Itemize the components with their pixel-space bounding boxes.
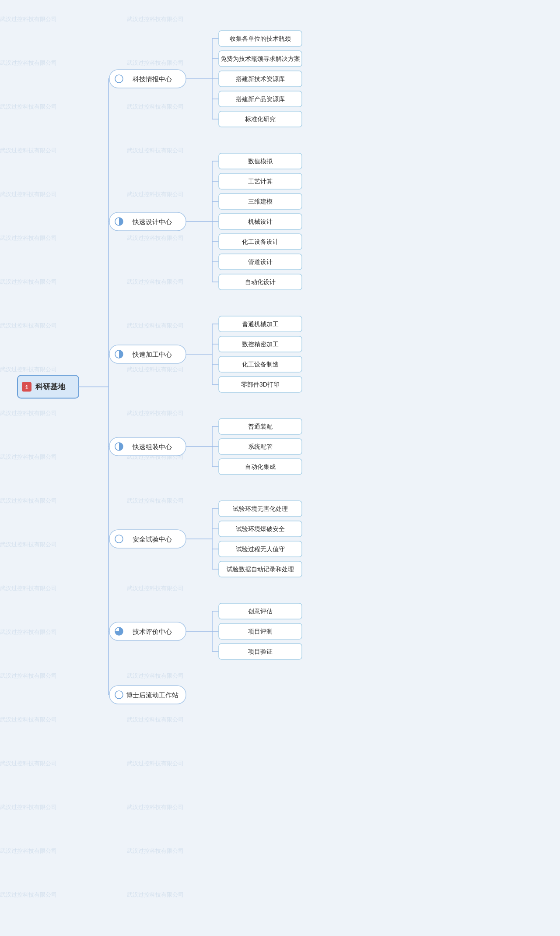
svg-text:管道设计: 管道设计 — [248, 258, 273, 265]
svg-text:数值模拟: 数值模拟 — [248, 158, 273, 165]
svg-text:标准化研究: 标准化研究 — [245, 116, 276, 123]
svg-text:零部件3D打印: 零部件3D打印 — [241, 381, 280, 388]
svg-text:自动化集成: 自动化集成 — [245, 463, 276, 470]
svg-text:安全试验中心: 安全试验中心 — [133, 535, 172, 543]
svg-text:化工设备设计: 化工设备设计 — [242, 238, 279, 245]
svg-text:试验过程无人值守: 试验过程无人值守 — [236, 545, 285, 552]
svg-text:普通机械加工: 普通机械加工 — [242, 320, 279, 327]
svg-text:收集各单位的技术瓶颈: 收集各单位的技术瓶颈 — [230, 35, 291, 42]
svg-text:快速组装中心: 快速组装中心 — [132, 443, 172, 450]
svg-text:创意评估: 创意评估 — [248, 608, 273, 615]
svg-text:试验环境无害化处理: 试验环境无害化处理 — [233, 505, 288, 512]
svg-text:试验环境爆破安全: 试验环境爆破安全 — [236, 525, 285, 532]
svg-text:博士后流动工作站: 博士后流动工作站 — [126, 691, 178, 699]
svg-text:项目评测: 项目评测 — [248, 628, 273, 635]
svg-text:科技情报中心: 科技情报中心 — [133, 75, 172, 83]
svg-text:快速设计中心: 快速设计中心 — [132, 218, 172, 225]
svg-text:免费为技术瓶颈寻求解决方案: 免费为技术瓶颈寻求解决方案 — [220, 55, 300, 62]
svg-text:数控精密加工: 数控精密加工 — [242, 341, 279, 348]
svg-text:试验数据自动记录和处理: 试验数据自动记录和处理 — [227, 566, 294, 573]
svg-text:技术评价中心: 技术评价中心 — [132, 628, 172, 635]
svg-text:自动化设计: 自动化设计 — [245, 278, 276, 285]
mind-map-area: 1科研基地科技情报中心收集各单位的技术瓶颈免费为技术瓶颈寻求解决方案搭建新技术资… — [0, 0, 560, 936]
svg-text:机械设计: 机械设计 — [248, 218, 273, 225]
svg-text:1: 1 — [25, 384, 28, 391]
svg-text:项目验证: 项目验证 — [248, 648, 273, 655]
svg-text:搭建新产品资源库: 搭建新产品资源库 — [236, 95, 285, 102]
svg-text:快速加工中心: 快速加工中心 — [132, 351, 172, 358]
svg-text:科研基地: 科研基地 — [35, 383, 66, 391]
mind-map-svg: 1科研基地科技情报中心收集各单位的技术瓶颈免费为技术瓶颈寻求解决方案搭建新技术资… — [0, 0, 560, 936]
svg-text:搭建新技术资源库: 搭建新技术资源库 — [236, 75, 285, 82]
svg-text:化工设备制造: 化工设备制造 — [242, 361, 279, 368]
svg-text:普通装配: 普通装配 — [248, 423, 273, 430]
page: 武汉过控科技有限公司武汉过控科技有限公司武汉过控科技有限公司武汉过控科技有限公司… — [0, 0, 560, 936]
svg-text:系统配管: 系统配管 — [248, 443, 273, 450]
svg-text:三维建模: 三维建模 — [248, 198, 273, 205]
svg-text:工艺计算: 工艺计算 — [248, 178, 273, 185]
